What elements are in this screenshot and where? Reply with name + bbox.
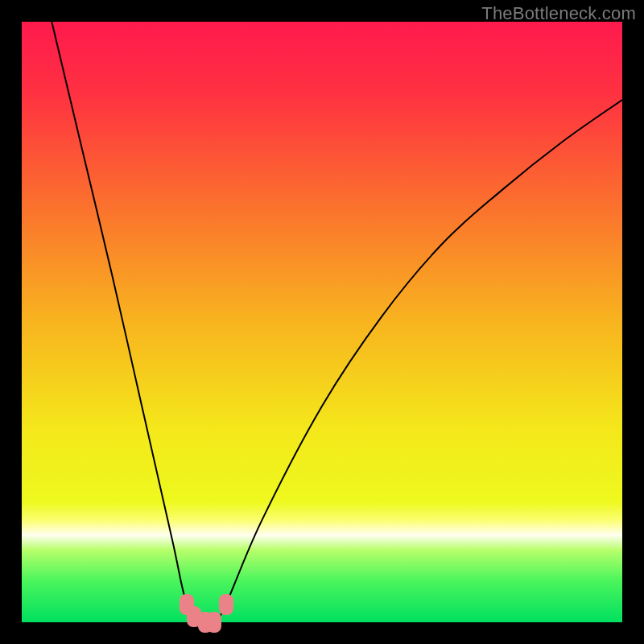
data-marker	[219, 594, 233, 615]
data-marker	[207, 612, 221, 633]
chart-frame	[22, 22, 622, 622]
watermark-text: TheBottleneck.com	[481, 3, 636, 24]
marker-layer	[22, 22, 622, 622]
